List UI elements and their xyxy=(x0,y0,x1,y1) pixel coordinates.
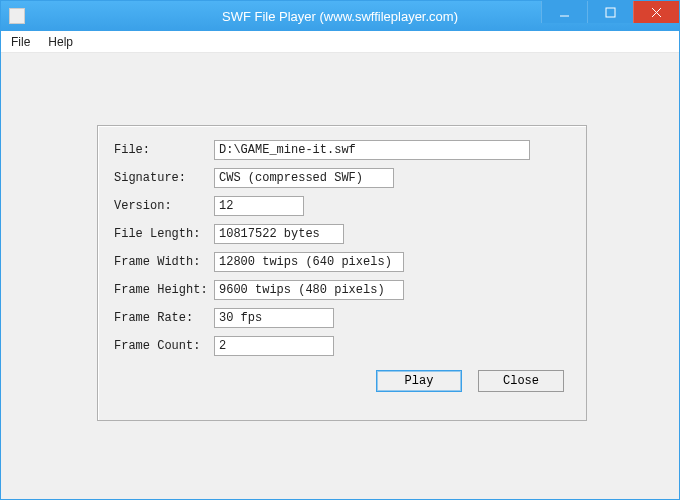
field-frame-count[interactable]: 2 xyxy=(214,336,334,356)
menu-help[interactable]: Help xyxy=(48,35,73,49)
field-frame-height[interactable]: 9600 twips (480 pixels) xyxy=(214,280,404,300)
field-file-length[interactable]: 10817522 bytes xyxy=(214,224,344,244)
info-panel: File: D:\GAME_mine-it.swf Signature: CWS… xyxy=(97,125,587,421)
label-frame-width: Frame Width: xyxy=(114,255,214,269)
field-version[interactable]: 12 xyxy=(214,196,304,216)
svg-rect-1 xyxy=(606,8,615,17)
label-frame-height: Frame Height: xyxy=(114,283,214,297)
maximize-icon xyxy=(605,7,616,18)
play-button[interactable]: Play xyxy=(376,370,462,392)
maximize-button[interactable] xyxy=(587,1,633,23)
window-title: SWF File Player (www.swffileplayer.com) xyxy=(222,9,458,24)
row-file: File: D:\GAME_mine-it.swf xyxy=(114,140,570,160)
label-file: File: xyxy=(114,143,214,157)
field-frame-width[interactable]: 12800 twips (640 pixels) xyxy=(214,252,404,272)
client-area: File: D:\GAME_mine-it.swf Signature: CWS… xyxy=(1,53,679,499)
label-frame-rate: Frame Rate: xyxy=(114,311,214,325)
button-row: Play Close xyxy=(114,370,570,392)
label-version: Version: xyxy=(114,199,214,213)
title-bar: SWF File Player (www.swffileplayer.com) xyxy=(1,1,679,31)
close-button[interactable]: Close xyxy=(478,370,564,392)
field-frame-rate[interactable]: 30 fps xyxy=(214,308,334,328)
label-frame-count: Frame Count: xyxy=(114,339,214,353)
app-icon xyxy=(9,8,25,24)
label-file-length: File Length: xyxy=(114,227,214,241)
row-frame-count: Frame Count: 2 xyxy=(114,336,570,356)
close-window-button[interactable] xyxy=(633,1,679,23)
menu-bar: File Help xyxy=(1,31,679,53)
minimize-button[interactable] xyxy=(541,1,587,23)
row-frame-rate: Frame Rate: 30 fps xyxy=(114,308,570,328)
field-file[interactable]: D:\GAME_mine-it.swf xyxy=(214,140,530,160)
minimize-icon xyxy=(559,7,570,18)
row-version: Version: 12 xyxy=(114,196,570,216)
menu-file[interactable]: File xyxy=(11,35,30,49)
window-controls xyxy=(541,1,679,23)
field-signature[interactable]: CWS (compressed SWF) xyxy=(214,168,394,188)
row-frame-height: Frame Height: 9600 twips (480 pixels) xyxy=(114,280,570,300)
row-frame-width: Frame Width: 12800 twips (640 pixels) xyxy=(114,252,570,272)
row-signature: Signature: CWS (compressed SWF) xyxy=(114,168,570,188)
label-signature: Signature: xyxy=(114,171,214,185)
row-file-length: File Length: 10817522 bytes xyxy=(114,224,570,244)
close-icon xyxy=(651,7,662,18)
